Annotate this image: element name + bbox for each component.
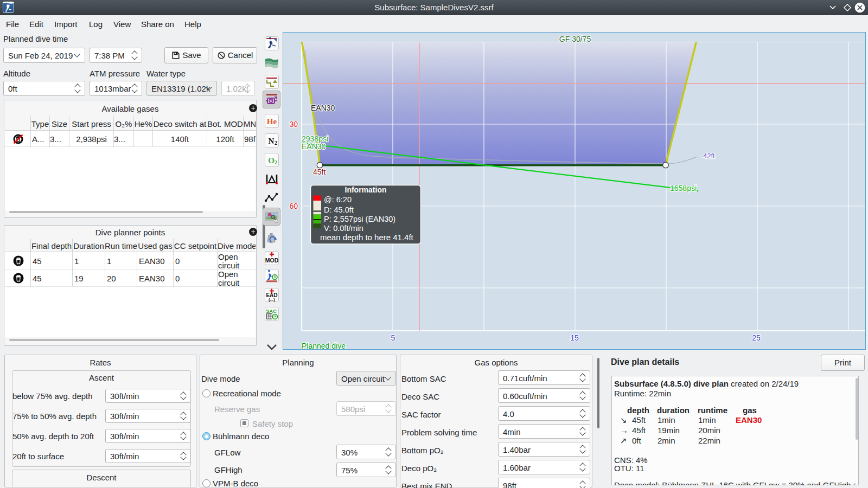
svg-text:EAN30: EAN30 (311, 104, 335, 112)
svg-text:2: 2 (275, 140, 277, 146)
svg-text:2: 2 (275, 159, 277, 165)
svg-text:V: 0.0ft/min: V: 0.0ft/min (324, 224, 363, 233)
svg-text:30: 30 (289, 120, 298, 129)
svg-text:@: 6:20: @: 6:20 (324, 195, 352, 204)
svg-text:5: 5 (391, 333, 395, 342)
svg-text:P: 2,557psi (EAN30): P: 2,557psi (EAN30) (324, 215, 395, 223)
svg-text:mean depth to here 41.4ft: mean depth to here 41.4ft (320, 233, 414, 242)
svg-text:He: He (267, 117, 277, 126)
svg-text:EAN30: EAN30 (302, 142, 326, 151)
svg-text:D: 45.0ft: D: 45.0ft (324, 206, 354, 214)
svg-text:(...): (...) (269, 297, 275, 302)
svg-text:Planned dive: Planned dive (302, 342, 346, 350)
svg-text:45ft: 45ft (313, 168, 326, 176)
svg-text:60: 60 (289, 202, 298, 210)
svg-text:15: 15 (570, 333, 579, 342)
svg-text:SAC: SAC (266, 308, 277, 314)
svg-text:1658psi: 1658psi (670, 184, 697, 192)
svg-text:25: 25 (752, 333, 761, 342)
svg-text:GF 30/75: GF 30/75 (559, 35, 591, 43)
svg-text:N: N (269, 137, 275, 145)
svg-text:O: O (268, 156, 275, 165)
svg-text:Information: Information (345, 185, 387, 194)
svg-text:MOD: MOD (265, 257, 279, 264)
svg-text:42ft: 42ft (703, 152, 715, 160)
